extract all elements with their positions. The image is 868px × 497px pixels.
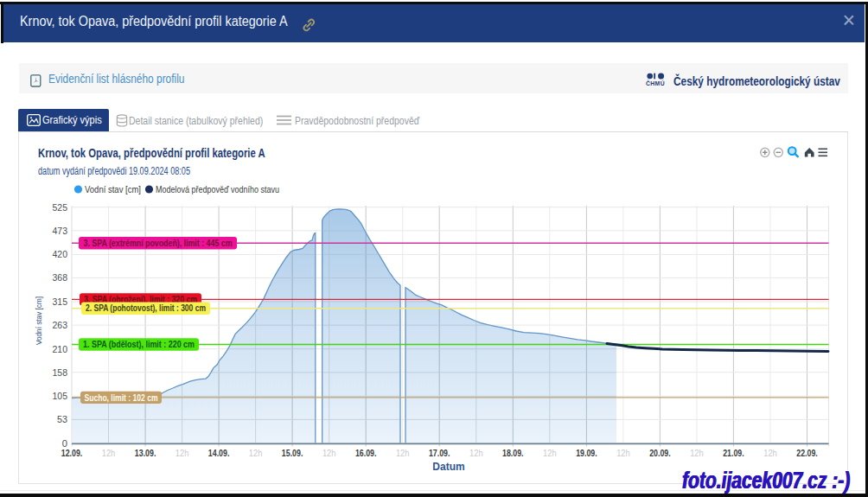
svg-text:ČHMÚ: ČHMÚ bbox=[646, 80, 665, 86]
